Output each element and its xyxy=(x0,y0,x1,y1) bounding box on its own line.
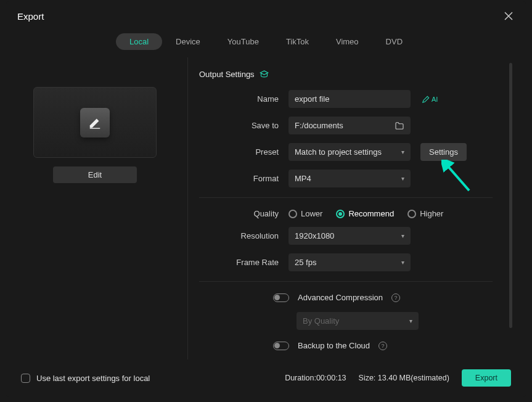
help-icon[interactable]: ? xyxy=(391,293,400,302)
divider xyxy=(199,281,493,282)
settings-column: Output Settings Name AI Save to xyxy=(187,57,511,359)
use-last-settings-label: Use last export settings for local xyxy=(36,374,150,383)
name-input[interactable] xyxy=(289,90,411,108)
edit-button[interactable]: Edit xyxy=(53,166,137,183)
preset-settings-button[interactable]: Settings xyxy=(420,143,467,161)
export-button[interactable]: Export xyxy=(462,369,511,387)
advanced-compression-row: Advanced Compression ? xyxy=(199,293,493,302)
divider xyxy=(199,197,493,198)
preview-column: Edit xyxy=(21,57,169,359)
tab-device[interactable]: Device xyxy=(162,33,214,50)
framerate-row: Frame Rate 25 fps ▾ xyxy=(199,253,493,271)
browse-folder-button[interactable] xyxy=(395,121,404,131)
pencil-icon xyxy=(80,108,110,137)
duration-info: Duration:00:00:13 xyxy=(285,374,346,382)
help-icon[interactable]: ? xyxy=(379,342,387,350)
framerate-select[interactable]: 25 fps ▾ xyxy=(289,253,411,271)
chevron-down-icon: ▾ xyxy=(401,149,404,155)
advanced-compression-label: Advanced Compression xyxy=(298,293,383,302)
dialog-body: Edit Output Settings Name AI Save to xyxy=(6,57,526,359)
size-info: Size: 13.40 MB(estimated) xyxy=(359,374,449,382)
output-settings-header: Output Settings xyxy=(199,70,493,79)
preset-row: Preset Match to project settings ▾ Setti… xyxy=(199,143,493,161)
radio-icon xyxy=(289,210,297,218)
name-label: Name xyxy=(199,94,289,104)
chevron-down-icon: ▾ xyxy=(409,318,412,324)
quality-radios: Lower Recommend Higher xyxy=(289,209,443,218)
radio-icon xyxy=(407,210,416,218)
quality-label: Quality xyxy=(199,209,289,218)
tab-dvd[interactable]: DVD xyxy=(372,33,416,50)
output-settings-label: Output Settings xyxy=(199,70,255,79)
backup-cloud-row: Backup to the Cloud ? xyxy=(199,341,493,350)
compression-mode-select: By Quality ▾ xyxy=(297,312,419,330)
name-row: Name AI xyxy=(199,90,493,108)
tab-local[interactable]: Local xyxy=(116,33,162,50)
footer-right: Duration:00:00:13 Size: 13.40 MB(estimat… xyxy=(285,369,511,387)
quality-higher-radio[interactable]: Higher xyxy=(407,209,443,218)
format-label: Format xyxy=(199,174,289,183)
radio-icon xyxy=(336,210,345,218)
backup-cloud-label: Backup to the Cloud xyxy=(298,341,370,350)
resolution-row: Resolution 1920x1080 ▾ xyxy=(199,227,493,245)
resolution-label: Resolution xyxy=(199,231,289,240)
quality-recommend-radio[interactable]: Recommend xyxy=(336,209,394,218)
preview-thumbnail[interactable] xyxy=(33,87,157,158)
tab-vimeo[interactable]: Vimeo xyxy=(322,33,372,50)
framerate-label: Frame Rate xyxy=(199,258,289,267)
dialog-title: Export xyxy=(17,11,44,22)
backup-cloud-toggle[interactable] xyxy=(273,342,289,350)
footer: Use last export settings for local Durat… xyxy=(17,365,515,391)
chevron-down-icon: ▾ xyxy=(401,259,404,266)
titlebar: Export xyxy=(6,1,526,27)
saveto-row: Save to xyxy=(199,117,493,134)
format-row: Format MP4 ▾ xyxy=(199,170,493,187)
quality-row: Quality Lower Recommend Higher xyxy=(199,209,493,218)
preset-label: Preset xyxy=(199,147,289,157)
preset-select[interactable]: Match to project settings ▾ xyxy=(289,143,411,161)
format-select[interactable]: MP4 ▾ xyxy=(289,170,411,187)
folder-icon xyxy=(395,121,404,131)
pencil-ai-icon xyxy=(422,95,430,104)
footer-left: Use last export settings for local xyxy=(21,374,150,383)
graduation-cap-icon xyxy=(260,70,269,79)
chevron-down-icon: ▾ xyxy=(401,232,404,239)
resolution-select[interactable]: 1920x1080 ▾ xyxy=(289,227,411,245)
saveto-label: Save to xyxy=(199,121,289,130)
scrollbar[interactable] xyxy=(509,63,512,328)
ai-rename-button[interactable]: AI xyxy=(422,95,438,104)
use-last-settings-checkbox[interactable] xyxy=(21,374,30,383)
tab-youtube[interactable]: YouTube xyxy=(214,33,272,50)
tab-tiktok[interactable]: TikTok xyxy=(272,33,322,50)
export-dialog: Export Local Device YouTube TikTok Vimeo… xyxy=(6,1,526,397)
close-button[interactable] xyxy=(502,10,515,22)
close-icon xyxy=(504,12,513,20)
chevron-down-icon: ▾ xyxy=(401,175,404,182)
saveto-input[interactable] xyxy=(289,117,411,134)
tabs: Local Device YouTube TikTok Vimeo DVD xyxy=(6,27,526,57)
quality-lower-radio[interactable]: Lower xyxy=(289,209,322,218)
advanced-compression-toggle[interactable] xyxy=(273,293,289,302)
